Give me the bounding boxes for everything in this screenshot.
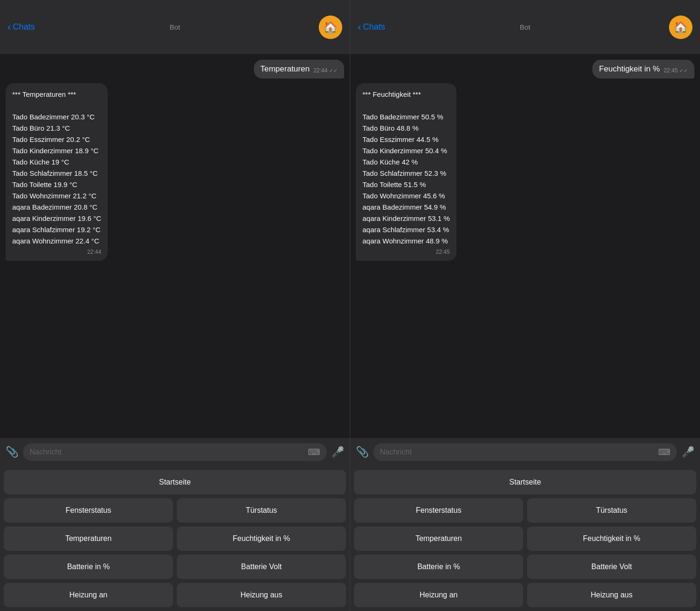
kb-heizung-aus-label-left: Heizung aus — [241, 591, 283, 599]
kb-row-2-right: Temperaturen Feuchtigkeit in % — [354, 526, 696, 551]
kb-feuchtigkeit-label-right: Feuchtigkeit in % — [583, 534, 640, 543]
input-field-right[interactable]: Nachricht ⌨ — [373, 443, 677, 461]
back-chevron-icon-left: ‹ — [8, 21, 11, 33]
avatar-icon-left: 🏠 — [323, 21, 338, 34]
kb-row-3-left: Batterie in % Batterie Volt — [4, 555, 346, 579]
received-footer-left: 22:44 — [12, 249, 101, 255]
sent-time-right: 22:45 ✓✓ — [664, 67, 688, 74]
header-left: ‹ Chats Bot 🏠 — [0, 0, 350, 54]
kb-row-4-right: Heizung an Heizung aus — [354, 583, 696, 607]
chat-panel-left: ‹ Chats Bot 🏠 Temperaturen 22:44 ✓✓ *** … — [0, 0, 350, 611]
kb-heizung-an-right[interactable]: Heizung an — [354, 583, 523, 607]
kb-row-0-left: Startseite — [4, 470, 346, 494]
kb-heizung-an-left[interactable]: Heizung an — [4, 583, 173, 607]
kb-startseite-left[interactable]: Startseite — [4, 470, 346, 494]
back-label-left: Chats — [13, 22, 35, 32]
keyboard-icon-left[interactable]: ⌨ — [308, 447, 320, 457]
bot-keyboard-left: Startseite Fensterstatus Türstatus Tempe… — [0, 466, 350, 611]
kb-row-3-right: Batterie in % Batterie Volt — [354, 555, 696, 579]
kb-startseite-label-right: Startseite — [509, 478, 541, 486]
back-label-right: Chats — [363, 22, 385, 32]
back-chevron-icon-right: ‹ — [358, 21, 361, 33]
received-message-right: *** Feuchtigkeit *** Tado Badezimmer 50.… — [356, 83, 456, 261]
kb-batterie-pct-label-right: Batterie in % — [417, 563, 460, 571]
kb-batterie-volt-left[interactable]: Batterie Volt — [177, 555, 346, 579]
kb-feuchtigkeit-right[interactable]: Feuchtigkeit in % — [527, 526, 696, 551]
attach-icon-right[interactable]: 📎 — [356, 446, 369, 458]
kb-tuerstatus-label-right: Türstatus — [596, 506, 628, 515]
checkmarks-right: ✓✓ — [679, 68, 688, 73]
kb-row-1-left: Fensterstatus Türstatus — [4, 498, 346, 523]
received-text-right: *** Feuchtigkeit *** Tado Badezimmer 50.… — [362, 89, 450, 247]
kb-heizung-an-label-left: Heizung an — [70, 591, 108, 599]
kb-fensterstatus-left[interactable]: Fensterstatus — [4, 498, 173, 523]
kb-row-1-right: Fensterstatus Türstatus — [354, 498, 696, 523]
kb-batterie-pct-left[interactable]: Batterie in % — [4, 555, 173, 579]
kb-heizung-aus-left[interactable]: Heizung aus — [177, 583, 346, 607]
kb-startseite-right[interactable]: Startseite — [354, 470, 696, 494]
checkmarks-left: ✓✓ — [329, 68, 338, 73]
received-footer-right: 22:45 — [362, 249, 450, 255]
mic-icon-left[interactable]: 🎤 — [331, 446, 344, 458]
avatar-left: 🏠 — [319, 16, 342, 39]
kb-temperaturen-left[interactable]: Temperaturen — [4, 526, 173, 551]
keyboard-icon-right[interactable]: ⌨ — [658, 447, 670, 457]
kb-startseite-label-left: Startseite — [159, 478, 191, 486]
kb-temperaturen-right[interactable]: Temperaturen — [354, 526, 523, 551]
avatar-right: 🏠 — [669, 16, 692, 39]
input-bar-left: 📎 Nachricht ⌨ 🎤 — [0, 438, 350, 466]
kb-row-0-right: Startseite — [354, 470, 696, 494]
kb-feuchtigkeit-label-left: Feuchtigkeit in % — [233, 534, 290, 543]
kb-batterie-volt-label-right: Batterie Volt — [591, 563, 632, 571]
kb-batterie-pct-label-left: Batterie in % — [67, 563, 110, 571]
received-message-left: *** Temperaturen *** Tado Badezimmer 20.… — [6, 83, 108, 261]
received-text-left: *** Temperaturen *** Tado Badezimmer 20.… — [12, 89, 101, 247]
header-title-right: Bot — [520, 23, 531, 31]
bot-keyboard-right: Startseite Fensterstatus Türstatus Tempe… — [350, 466, 700, 611]
received-time-left: 22:44 — [87, 249, 101, 255]
kb-fensterstatus-label-right: Fensterstatus — [416, 506, 462, 515]
input-bar-right: 📎 Nachricht ⌨ 🎤 — [350, 438, 700, 466]
kb-tuerstatus-right[interactable]: Türstatus — [527, 498, 696, 523]
sent-text-right: Feuchtigkeit in % — [599, 64, 660, 74]
input-field-left[interactable]: Nachricht ⌨ — [23, 443, 327, 461]
kb-row-4-left: Heizung an Heizung aus — [4, 583, 346, 607]
chat-area-left: Temperaturen 22:44 ✓✓ *** Temperaturen *… — [0, 54, 350, 438]
chat-panel-right: ‹ Chats Bot 🏠 Feuchtigkeit in % 22:45 ✓✓… — [350, 0, 700, 611]
kb-fensterstatus-right[interactable]: Fensterstatus — [354, 498, 523, 523]
kb-heizung-an-label-right: Heizung an — [420, 591, 458, 599]
kb-fensterstatus-label-left: Fensterstatus — [66, 506, 111, 515]
mic-icon-right[interactable]: 🎤 — [682, 446, 694, 458]
input-placeholder-right: Nachricht — [380, 448, 654, 456]
input-placeholder-left: Nachricht — [30, 448, 304, 456]
back-button-right[interactable]: ‹ Chats — [358, 21, 385, 33]
sent-message-right: Feuchtigkeit in % 22:45 ✓✓ — [592, 60, 694, 78]
kb-batterie-volt-label-left: Batterie Volt — [241, 563, 282, 571]
header-title-left: Bot — [170, 23, 181, 31]
kb-heizung-aus-label-right: Heizung aus — [591, 591, 633, 599]
kb-batterie-pct-right[interactable]: Batterie in % — [354, 555, 523, 579]
sent-time-left: 22:44 ✓✓ — [314, 67, 338, 74]
kb-feuchtigkeit-left[interactable]: Feuchtigkeit in % — [177, 526, 346, 551]
chat-area-right: Feuchtigkeit in % 22:45 ✓✓ *** Feuchtigk… — [350, 54, 700, 438]
attach-icon-left[interactable]: 📎 — [6, 446, 18, 458]
received-time-right: 22:45 — [436, 249, 450, 255]
back-button-left[interactable]: ‹ Chats — [8, 21, 35, 33]
avatar-icon-right: 🏠 — [674, 21, 688, 34]
sent-message-left: Temperaturen 22:44 ✓✓ — [254, 60, 344, 78]
kb-batterie-volt-right[interactable]: Batterie Volt — [527, 555, 696, 579]
kb-tuerstatus-left[interactable]: Türstatus — [177, 498, 346, 523]
sent-text-left: Temperaturen — [260, 64, 310, 74]
kb-tuerstatus-label-left: Türstatus — [246, 506, 277, 515]
kb-temperaturen-label-left: Temperaturen — [65, 534, 112, 543]
kb-row-2-left: Temperaturen Feuchtigkeit in % — [4, 526, 346, 551]
kb-heizung-aus-right[interactable]: Heizung aus — [527, 583, 696, 607]
header-right: ‹ Chats Bot 🏠 — [350, 0, 700, 54]
kb-temperaturen-label-right: Temperaturen — [416, 534, 462, 543]
